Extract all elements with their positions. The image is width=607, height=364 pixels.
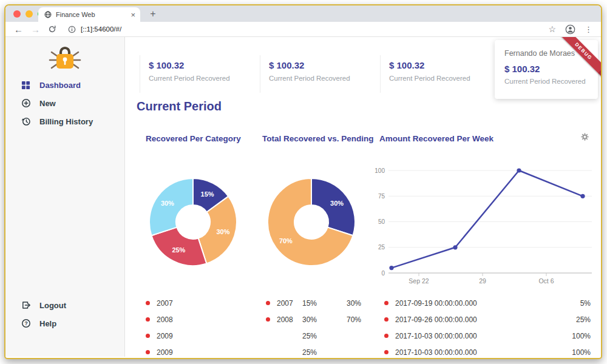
user-card-value: $ 100.32 [504,64,588,74]
info-icon[interactable] [68,25,76,33]
legend-dot-icon [266,301,270,305]
stat-value: $ 100.32 [149,60,260,70]
chart-title-total-recovered-vs-pending: Total Recovered vs. Pending [262,134,374,143]
chart-title-amount-recovered-per-week: Amount Recovered Per Week [379,134,493,143]
browser-menu-kebab-icon[interactable]: ⋮ [585,25,592,34]
browser-tab[interactable]: Finance Web × [38,7,140,22]
globe-favicon-icon [44,11,52,18]
help-icon: ? [21,318,31,328]
stat-cards: $ 100.32Current Period Recovered$ 100.32… [140,55,500,93]
legend-percent: 30% [347,299,361,308]
stat-card: $ 100.32Current Period Recovered [380,55,500,93]
forward-arrow-icon[interactable]: → [31,25,40,34]
stat-label: Current Period Recovered [269,75,380,82]
browser-tabstrip: Finance Web × + [5,5,601,22]
dashboard-icon [21,80,31,90]
legend-percent: 100% [572,332,591,340]
tab-title: Finance Web [56,11,126,18]
legend-item: 200730% [266,295,361,311]
legend-percent: 25% [576,315,591,324]
legend-label: 2017-09-19 00:00:00.000 [395,299,574,308]
legend-label: 2017-10-03 00:00:00.000 [395,332,565,340]
browser-toolbar: ← → [::1]:54600/#/ ☆ ⋮ [5,22,601,37]
legend-item: 200925% [146,344,317,357]
legend-item: 2017-10-03 00:00:00.000100% [384,328,591,344]
svg-text:15%: 15% [201,190,214,198]
section-title: Current Period [137,99,222,113]
history-icon [21,116,31,126]
profile-avatar-icon[interactable] [565,24,575,35]
svg-text:30%: 30% [161,200,174,207]
stat-card: $ 100.32Current Period Recovered [140,55,260,93]
legend-percent: 25% [302,348,317,357]
window-minimize-button[interactable] [25,10,33,18]
svg-text:30%: 30% [330,200,344,207]
legend-dot-icon [384,334,388,338]
sidebar-nav: DashboardNewBilling History [5,76,124,130]
new-tab-button[interactable]: + [146,7,160,21]
sidebar-item-help[interactable]: ?Help [5,314,124,332]
svg-text:30%: 30% [216,228,229,235]
svg-text:0: 0 [381,270,385,277]
svg-text:50: 50 [378,218,385,225]
legend-dot-icon [146,317,150,322]
sidebar: DashboardNewBilling History Logout?Help [5,37,125,357]
legend-item: 200870% [266,311,361,328]
bookmark-star-icon[interactable]: ☆ [548,24,556,34]
sidebar-item-label: Billing History [39,117,93,126]
line-chart-amount-recovered-per-week: 0255075100Sep 2229Oct 6 [370,163,599,287]
stat-label: Current Period Recovered [149,75,260,82]
sidebar-footer: Logout?Help [5,296,124,332]
svg-text:Oct 6: Oct 6 [538,277,554,285]
tab-close-icon[interactable]: × [131,11,135,19]
reload-icon[interactable] [48,25,56,33]
back-arrow-icon[interactable]: ← [14,25,23,34]
legend-dot-icon [384,317,388,322]
legend-dot-icon [384,301,388,305]
chart-title-recovered-per-category: Recovered Per Category [146,134,241,143]
svg-text:Sep 22: Sep 22 [409,277,429,285]
logout-icon [21,300,31,310]
stat-label: Current Period Recovered [389,75,500,82]
legend-dot-icon [266,317,270,322]
legend-item: 200925% [146,328,317,344]
sidebar-item-label: Dashboard [39,81,81,90]
legend-percent: 70% [347,315,361,324]
legend-amount-recovered-per-week: 2017-09-19 00:00:00.0005%2017-09-26 00:0… [384,295,591,357]
window-close-button[interactable] [13,10,21,18]
sidebar-item-label: Logout [39,301,66,310]
legend-percent: 100% [572,348,591,357]
svg-text:25%: 25% [172,246,185,254]
legend-label: 2009 [157,332,296,340]
sidebar-item-logout[interactable]: Logout [5,296,124,314]
user-card-label: Current Period Recovered [504,78,588,85]
legend-percent: 25% [302,332,317,340]
legend-item: 2017-09-26 00:00:00.00025% [384,311,591,328]
settings-gear-icon[interactable] [580,132,591,143]
sidebar-item-dashboard[interactable]: Dashboard [5,76,124,94]
legend-label: 2008 [277,315,340,324]
legend-dot-icon [146,350,150,354]
legend-label: 2007 [277,299,340,308]
stat-value: $ 100.32 [389,60,500,70]
svg-text:25: 25 [378,244,385,251]
address-bar[interactable]: [::1]:54600/#/ [64,23,540,35]
sidebar-item-billing-history[interactable]: Billing History [5,112,124,130]
url-text[interactable]: [::1]:54600/#/ [81,25,121,33]
legend-label: 2017-10-03 00:00:00.000 [395,348,565,357]
legend-dot-icon [384,350,388,354]
legend-label: 2009 [157,348,296,357]
sidebar-item-new[interactable]: New [5,94,124,112]
legend-dot-icon [146,334,150,338]
stat-value: $ 100.32 [269,60,380,70]
svg-text:100: 100 [375,167,385,174]
legend-total-recovered-vs-pending: 200730%200870% [266,295,361,328]
legend-item: 2017-10-03 00:00:00.000100% [384,344,591,357]
browser-window: Finance Web × + ← → [::1]:54600/#/ ☆ ⋮ [4,4,602,359]
app-root: DashboardNewBilling History Logout?Help … [5,37,601,357]
dashboard-main: $ 100.32Current Period Recovered$ 100.32… [125,37,601,357]
donut-chart-recovered-per-category: 15%30%25%30% [148,177,239,268]
legend-item: 2017-09-19 00:00:00.0005% [384,295,591,311]
donut-chart-total-recovered-vs-pending: 30%70% [266,177,357,268]
svg-text:?: ? [24,320,27,326]
